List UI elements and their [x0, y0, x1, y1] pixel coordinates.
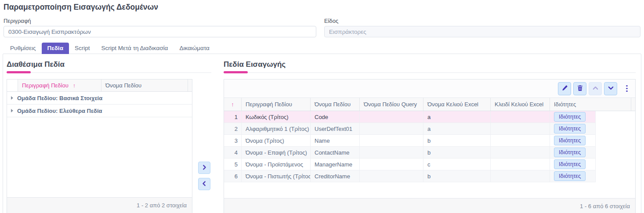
description-input[interactable]: [4, 26, 316, 37]
tab-script-after[interactable]: Script Μετά τη Διαδικασία: [95, 43, 174, 54]
column-header-row-number[interactable]: ↑: [224, 98, 242, 111]
cell-query-name: [360, 111, 423, 123]
cell-field-name: Code: [311, 111, 360, 123]
description-field-group: Περιγραφή: [4, 18, 316, 37]
available-fields-rows: Ομάδα Πεδίου: Βασικά ΣτοιχείαΟμάδα Πεδίο…: [7, 92, 192, 197]
cell-field-name: CreditorName: [311, 170, 360, 182]
properties-button[interactable]: Ιδιότητες: [554, 112, 586, 122]
column-header-excel-cell-key[interactable]: Κλειδί Κελιού Excel: [491, 98, 550, 111]
cell-description: Κωδικός (Τρίτος): [242, 111, 311, 123]
tab-settings[interactable]: Ρυθμίσεις: [4, 43, 42, 54]
properties-button[interactable]: Ιδιότητες: [554, 148, 586, 158]
column-header-query-field-name[interactable]: Όνομα Πεδίου Query: [360, 98, 423, 111]
tab-fields[interactable]: Πεδία: [42, 43, 69, 54]
field-group-row[interactable]: Ομάδα Πεδίου: Ελεύθερα Πεδία: [7, 105, 192, 117]
cell-excel-cell: b: [423, 147, 491, 158]
cell-excel-key: [491, 147, 550, 158]
import-fields-toolbar: [224, 79, 635, 98]
table-row[interactable]: 5Όνομα - ΠροϊστάμενοςManagerNamecΙδιότητ…: [224, 159, 596, 170]
sort-ascending-icon: ↑: [73, 82, 76, 89]
cell-field-name: ManagerName: [311, 159, 360, 170]
table-row[interactable]: 2Αλφαριθμητικό 1 (Τρίτος)UserDefText01aΙ…: [224, 123, 596, 135]
move-left-button[interactable]: [198, 178, 210, 190]
column-header-excel-cell-name[interactable]: Όνομα Κελιού Excel: [423, 98, 491, 111]
import-fields-section: Πεδία Εισαγωγής: [224, 60, 636, 209]
kind-input: [324, 26, 640, 37]
import-fields-pager: 1 - 6 από 6 στοιχεία: [224, 198, 635, 213]
chevron-down-icon: [608, 85, 614, 93]
properties-button[interactable]: Ιδιότητες: [554, 159, 586, 170]
cell-num: 5: [224, 159, 242, 170]
table-row[interactable]: 3Όνομα (Τρίτος)NamebΙδιότητες: [224, 135, 596, 147]
import-fields-grid-header: ↑ Περιγραφή Πεδίου Όνομα Πεδίου Όνομα Πε…: [224, 98, 635, 111]
cell-properties: Ιδιότητες: [550, 123, 596, 134]
cell-query-name: [360, 170, 423, 182]
cell-num: 4: [224, 147, 242, 158]
accent-underline: [224, 71, 248, 73]
pencil-icon: [561, 85, 568, 93]
move-down-button[interactable]: [604, 82, 617, 95]
kind-label: Είδος: [324, 18, 640, 24]
column-header-field-description[interactable]: Περιγραφή Πεδίου ↑: [18, 79, 101, 91]
tab-strip: Ρυθμίσεις Πεδία Script Script Μετά τη Δι…: [4, 43, 640, 54]
table-row[interactable]: 4Όνομα - Επαφή (Τρίτος)ContactNamebΙδιότ…: [224, 147, 596, 159]
properties-button[interactable]: Ιδιότητες: [554, 171, 586, 181]
cell-excel-key: [491, 123, 550, 134]
field-group-row[interactable]: Ομάδα Πεδίου: Βασικά Στοιχεία: [7, 92, 192, 105]
cell-description: Όνομα - Προϊστάμενος: [242, 159, 311, 170]
tab-rights[interactable]: Δικαιώματα: [174, 43, 215, 54]
column-header-label: Ιδιότητες: [554, 101, 576, 108]
cell-field-name: Name: [311, 135, 360, 146]
column-header-field-name[interactable]: Όνομα Πεδίου: [101, 79, 188, 91]
move-up-button[interactable]: [589, 82, 602, 95]
field-group-label: Ομάδα Πεδίου: Ελεύθερα Πεδία: [17, 108, 102, 114]
cell-num: 3: [224, 135, 242, 146]
header-scroll-spacer: [188, 79, 192, 91]
available-fields-count: 1 - 2 από 2 στοιχεία: [137, 202, 187, 209]
edit-button[interactable]: [558, 82, 571, 95]
properties-button[interactable]: Ιδιότητες: [554, 136, 586, 146]
chevron-left-icon: [201, 181, 207, 188]
header-form: Περιγραφή Είδος: [4, 18, 640, 37]
available-fields-header: Διαθέσιμα Πεδία: [7, 60, 211, 73]
data-import-config-page: Παραμετροποίηση Εισαγωγής Δεδομένων Περι…: [0, 0, 644, 213]
cell-description: Όνομα (Τρίτος): [242, 135, 311, 146]
delete-button[interactable]: [573, 82, 586, 95]
expand-triangle-icon[interactable]: [11, 96, 13, 100]
tab-script[interactable]: Script: [69, 43, 96, 54]
cell-properties: Ιδιότητες: [550, 135, 596, 146]
cell-excel-key: [491, 135, 550, 146]
properties-button[interactable]: Ιδιότητες: [554, 124, 586, 134]
kind-field-group: Είδος: [324, 18, 640, 37]
column-header-field-name[interactable]: Όνομα Πεδίου: [311, 98, 360, 111]
column-header-field-description[interactable]: Περιγραφή Πεδίου: [242, 98, 311, 111]
available-fields-section: Διαθέσιμα Πεδία Περιγραφή Πεδίου ↑ Όνομα…: [7, 60, 211, 209]
column-header-label: Περιγραφή Πεδίου: [246, 101, 292, 108]
column-header-blank: [7, 79, 18, 91]
trash-icon: [577, 85, 583, 93]
cell-description: Όνομα - Επαφή (Τρίτος): [242, 147, 311, 158]
import-fields-header: Πεδία Εισαγωγής: [224, 60, 636, 73]
import-fields-grid: ↑ Περιγραφή Πεδίου Όνομα Πεδίου Όνομα Πε…: [224, 79, 636, 213]
page-title: Παραμετροποίηση Εισαγωγής Δεδομένων: [4, 3, 640, 12]
header-filler: [596, 98, 631, 111]
cell-field-name: ContactName: [311, 147, 360, 158]
expand-triangle-icon[interactable]: [11, 109, 13, 112]
available-fields-title: Διαθέσιμα Πεδία: [7, 60, 211, 72]
column-header-label: Όνομα Πεδίου: [315, 101, 351, 108]
column-header-label: Κλειδί Κελιού Excel: [495, 101, 543, 108]
cell-description: Αλφαριθμητικό 1 (Τρίτος): [242, 123, 311, 134]
cell-field-name: UserDefText01: [311, 123, 360, 134]
cell-excel-key: [491, 159, 550, 170]
column-header-properties[interactable]: Ιδιότητες: [550, 98, 596, 111]
table-row[interactable]: 1Κωδικός (Τρίτος)CodeaΙδιότητες: [224, 111, 596, 123]
chevron-up-icon: [592, 85, 599, 93]
available-fields-grid: Περιγραφή Πεδίου ↑ Όνομα Πεδίου Ομάδα Πε…: [7, 79, 192, 213]
cell-num: 6: [224, 170, 242, 182]
move-right-button[interactable]: [198, 162, 210, 174]
cell-excel-key: [491, 111, 550, 123]
cell-properties: Ιδιότητες: [550, 147, 596, 158]
cell-query-name: [360, 147, 423, 158]
table-row[interactable]: 6Όνομα - Πιστωτής (Τρίτος)CreditorNamebΙ…: [224, 170, 596, 182]
more-options-button[interactable]: [622, 82, 632, 95]
